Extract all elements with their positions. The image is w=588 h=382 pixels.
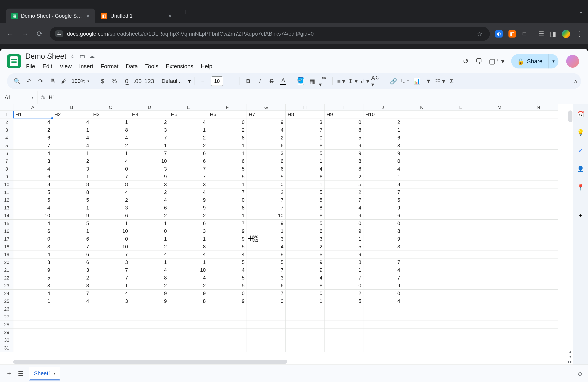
h-align-icon[interactable]: ≡ ▾: [336, 76, 346, 86]
site-settings-icon[interactable]: ⇆: [55, 30, 63, 37]
cell[interactable]: 5: [286, 196, 325, 204]
cell[interactable]: 8: [169, 243, 208, 251]
cell[interactable]: [52, 329, 91, 336]
cell[interactable]: 7: [325, 196, 363, 204]
meet-icon[interactable]: ▢⁺ ▾: [489, 57, 504, 65]
cell[interactable]: 1: [52, 126, 91, 134]
cell[interactable]: 4: [169, 274, 208, 282]
cell[interactable]: H10: [363, 111, 402, 118]
cell[interactable]: 9: [286, 266, 325, 274]
cell[interactable]: [363, 313, 402, 321]
cell[interactable]: H4: [130, 111, 169, 118]
cell[interactable]: 3: [13, 243, 52, 251]
cell[interactable]: 2: [130, 118, 169, 126]
cell[interactable]: 2: [52, 274, 91, 282]
spreadsheet-grid[interactable]: ABCDEFGHIJKLMN1H1H2H3H4H5H6H7H8H9H102441…: [0, 104, 573, 364]
cell[interactable]: 6: [13, 227, 52, 235]
cell[interactable]: [441, 111, 480, 118]
cell[interactable]: 7: [363, 274, 402, 282]
cell[interactable]: [130, 321, 169, 329]
cell[interactable]: [441, 157, 480, 165]
cell[interactable]: 2: [208, 126, 247, 134]
cell[interactable]: 2: [169, 134, 208, 142]
cell[interactable]: [480, 251, 519, 258]
menu-help[interactable]: Help: [200, 63, 213, 70]
maps-icon[interactable]: 📍: [576, 183, 585, 191]
cell[interactable]: [519, 149, 558, 157]
cell[interactable]: [480, 266, 519, 274]
cell[interactable]: 3: [286, 118, 325, 126]
cell[interactable]: 9: [286, 258, 325, 266]
cell[interactable]: [519, 290, 558, 297]
cell[interactable]: 8: [52, 181, 91, 189]
scroll-left-icon[interactable]: ◂: [567, 359, 569, 364]
cell[interactable]: 4: [52, 142, 91, 149]
cell[interactable]: [480, 111, 519, 118]
cell[interactable]: 3: [130, 126, 169, 134]
cell[interactable]: 1: [169, 258, 208, 266]
cell[interactable]: 4: [247, 126, 286, 134]
cell[interactable]: 8: [13, 181, 52, 189]
cell[interactable]: [441, 305, 480, 313]
cell[interactable]: 9: [169, 290, 208, 297]
cell[interactable]: 3: [247, 149, 286, 157]
cell[interactable]: [441, 251, 480, 258]
percent-icon[interactable]: %: [109, 76, 119, 86]
cell[interactable]: [13, 329, 52, 336]
cell[interactable]: [13, 305, 52, 313]
cell[interactable]: [441, 196, 480, 204]
cell[interactable]: 0: [130, 227, 169, 235]
cell[interactable]: 0: [13, 235, 52, 243]
row-header[interactable]: 1: [0, 111, 13, 118]
cell[interactable]: 0: [247, 297, 286, 305]
cell[interactable]: 7: [247, 290, 286, 297]
italic-icon[interactable]: I: [255, 76, 265, 86]
row-header[interactable]: 11: [0, 189, 13, 196]
cell[interactable]: 9: [208, 227, 247, 235]
name-box[interactable]: A1 ▼: [5, 91, 38, 104]
cell[interactable]: 7: [91, 266, 130, 274]
menu-edit[interactable]: Edit: [42, 63, 53, 70]
cell[interactable]: [519, 297, 558, 305]
cell[interactable]: [247, 313, 286, 321]
row-header[interactable]: 24: [0, 290, 13, 297]
cell[interactable]: 3: [52, 165, 91, 173]
cell[interactable]: [52, 313, 91, 321]
redo-icon[interactable]: ↷: [35, 76, 45, 86]
cell[interactable]: 1: [52, 204, 91, 212]
column-header[interactable]: J: [363, 104, 402, 111]
merge-icon[interactable]: ⇥⇤ ▾: [319, 76, 329, 86]
cell[interactable]: [441, 313, 480, 321]
row-header[interactable]: 17: [0, 235, 13, 243]
cell[interactable]: [441, 344, 480, 352]
cell[interactable]: [480, 149, 519, 157]
cell[interactable]: 2: [91, 196, 130, 204]
cell[interactable]: 1: [208, 212, 247, 220]
filter-views-icon[interactable]: ☷ ▾: [435, 76, 445, 86]
cell[interactable]: 4: [169, 118, 208, 126]
cell[interactable]: [480, 235, 519, 243]
cell[interactable]: 6: [286, 173, 325, 181]
cell[interactable]: [519, 344, 558, 352]
cell[interactable]: [519, 157, 558, 165]
cell[interactable]: 8: [208, 134, 247, 142]
cell[interactable]: [480, 282, 519, 290]
cell[interactable]: 0: [363, 220, 402, 227]
cell[interactable]: 4: [13, 251, 52, 258]
cell[interactable]: 5: [52, 196, 91, 204]
cell[interactable]: 3: [13, 258, 52, 266]
column-header[interactable]: F: [208, 104, 247, 111]
cell[interactable]: [402, 313, 441, 321]
cell[interactable]: [52, 305, 91, 313]
cell[interactable]: 9: [363, 235, 402, 243]
horizontal-scrollbar[interactable]: [13, 359, 561, 364]
row-header[interactable]: 18: [0, 243, 13, 251]
scroll-thumb[interactable]: [13, 360, 287, 364]
v-align-icon[interactable]: ↧ ▾: [348, 76, 358, 86]
cell[interactable]: 1: [286, 181, 325, 189]
cell[interactable]: 1: [13, 297, 52, 305]
cell[interactable]: [441, 235, 480, 243]
cell[interactable]: 4: [52, 118, 91, 126]
cell[interactable]: [325, 305, 363, 313]
cell[interactable]: 8: [247, 251, 286, 258]
